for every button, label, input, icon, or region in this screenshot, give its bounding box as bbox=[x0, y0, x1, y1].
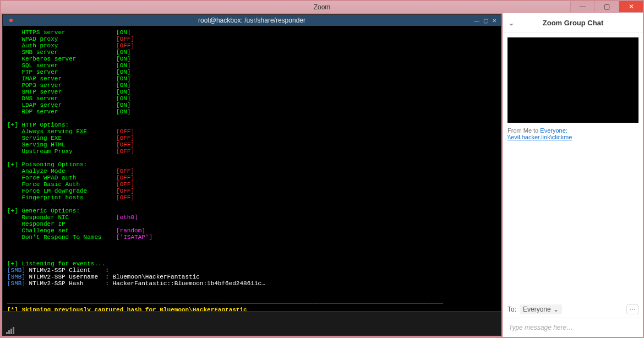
terminal-window-controls: — ▢ ✕ bbox=[473, 17, 501, 24]
terminal-titlebar[interactable]: root@hackbox: /usr/share/responder — ▢ ✕ bbox=[3, 15, 501, 26]
terminal-body[interactable]: HTTPS server [ON] WPAD proxy [OFF] Auth … bbox=[3, 26, 501, 311]
chat-to-label: Everyone: bbox=[540, 127, 567, 134]
terminal-icon bbox=[6, 17, 16, 24]
terminal-minimize-button[interactable]: — bbox=[473, 17, 480, 24]
signal-icon bbox=[6, 326, 14, 334]
window-controls: — ▢ ✕ bbox=[570, 1, 643, 13]
to-value: Everyone bbox=[523, 306, 551, 313]
minimize-button[interactable]: — bbox=[570, 1, 594, 12]
chat-input[interactable] bbox=[503, 318, 643, 337]
chat-from-label: From Me to bbox=[507, 127, 540, 134]
chat-message-meta: From Me to Everyone: bbox=[507, 127, 638, 134]
zoom-window: Zoom — ▢ ✕ root@hackbox: /usr/share/resp… bbox=[0, 0, 644, 338]
chat-to-bar: To: Everyone ⌄ ⋯ bbox=[503, 301, 643, 318]
chat-preview-image bbox=[507, 37, 638, 123]
to-dropdown[interactable]: Everyone ⌄ bbox=[520, 304, 562, 314]
chevron-down-icon: ⌄ bbox=[553, 306, 559, 313]
to-label: To: bbox=[507, 306, 516, 313]
terminal-window: root@hackbox: /usr/share/responder — ▢ ✕… bbox=[2, 14, 501, 336]
maximize-button[interactable]: ▢ bbox=[594, 1, 619, 12]
chat-body: From Me to Everyone: \\evil.hacker.link\… bbox=[503, 33, 643, 301]
terminal-footer bbox=[3, 311, 501, 335]
chevron-down-icon[interactable]: ⌄ bbox=[509, 19, 514, 27]
chat-header: ⌄ Zoom Group Chat bbox=[503, 13, 643, 33]
close-button[interactable]: ✕ bbox=[619, 1, 643, 12]
zoom-titlebar[interactable]: Zoom — ▢ ✕ bbox=[1, 1, 643, 13]
chat-panel: ⌄ Zoom Group Chat From Me to Everyone: \… bbox=[503, 13, 643, 337]
chat-title: Zoom Group Chat bbox=[543, 19, 604, 27]
terminal-maximize-button[interactable]: ▢ bbox=[482, 17, 489, 24]
chat-more-button[interactable]: ⋯ bbox=[626, 304, 638, 314]
zoom-content: root@hackbox: /usr/share/responder — ▢ ✕… bbox=[1, 13, 643, 337]
zoom-title: Zoom bbox=[314, 3, 331, 11]
terminal-title: root@hackbox: /usr/share/responder bbox=[198, 17, 305, 24]
terminal-close-button[interactable]: ✕ bbox=[491, 17, 498, 24]
chat-link[interactable]: \\evil.hacker.link\clickme bbox=[507, 134, 572, 140]
